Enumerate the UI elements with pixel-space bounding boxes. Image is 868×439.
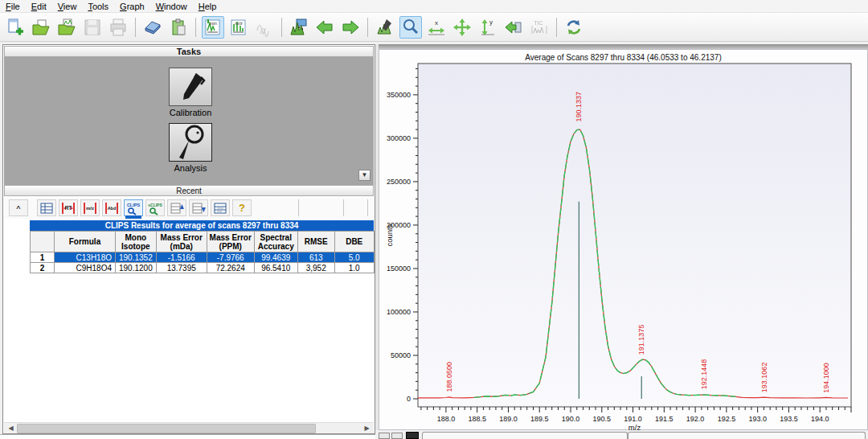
pointer-tool-icon[interactable] [374, 16, 396, 39]
sclips-button[interactable]: sCLIPS [145, 199, 165, 216]
tasks-header: Tasks [4, 46, 374, 57]
column-header-rmse[interactable]: RMSE [297, 232, 334, 252]
zoom-icon[interactable] [399, 16, 422, 39]
cell[interactable]: C13H18O [55, 252, 116, 263]
menu-file[interactable]: File [0, 1, 26, 12]
prev-arrow-icon[interactable] [313, 16, 336, 39]
tasks-area: Calibration Analysis ▼ [4, 57, 374, 185]
plot-area[interactable] [418, 64, 851, 407]
task-analysis[interactable]: Analysis [168, 123, 213, 173]
svg-text:RT: RT [65, 205, 72, 211]
magnifier-icon[interactable] [169, 123, 212, 162]
results-toolbar-separator [367, 199, 368, 216]
spectrum-mz-icon[interactable]: m/z [227, 16, 250, 39]
task-analysis-label: Analysis [168, 163, 213, 173]
menu-bar: FileEditViewToolsGraphWindowHelp [0, 0, 868, 13]
tic-icon: TIC [528, 16, 551, 39]
cell[interactable]: 72.2624 [207, 263, 254, 273]
scrollbar-thumb[interactable] [17, 424, 316, 433]
rt-range-button[interactable]: RT [59, 199, 78, 216]
spectrum-plot[interactable]: 0500001000001500002000002500003000003500… [379, 50, 868, 431]
menu-window[interactable]: Window [150, 1, 193, 12]
cell[interactable]: 3,952 [297, 263, 334, 273]
clipboard-paste-icon[interactable] [167, 16, 190, 39]
cell[interactable]: 190.1200 [116, 263, 157, 273]
collapse-button[interactable]: ^ [9, 199, 28, 216]
column-header-mass-error[interactable]: Mass Error (PPM) [207, 232, 254, 252]
x-tick-label: 190.5 [593, 415, 612, 423]
row-number[interactable]: 1 [31, 252, 55, 263]
caliper-icon[interactable] [169, 68, 212, 106]
recent-header[interactable]: Recent [4, 185, 374, 196]
pan-icon[interactable] [451, 16, 473, 39]
row-down-button[interactable] [189, 199, 208, 216]
active-bottom-tab[interactable] [406, 432, 419, 439]
open-spectrum-icon[interactable] [55, 16, 78, 39]
save-icon [81, 16, 104, 39]
x-autoscale-icon[interactable]: x [425, 16, 448, 39]
y-tick-label: 350000 [387, 91, 411, 99]
column-header-spectral[interactable]: Spectral Accuracy [254, 232, 297, 252]
tab-scroll-right-button[interactable] [391, 433, 403, 439]
open-chromatogram-icon[interactable] [30, 16, 52, 39]
horizontal-scrollbar[interactable]: ◀ ▶ [4, 422, 374, 433]
table-edit-button[interactable] [211, 199, 230, 216]
cell[interactable]: -1.5166 [156, 252, 207, 263]
peak-flags-icon[interactable] [288, 16, 310, 39]
properties-table-button[interactable] [37, 199, 56, 216]
scrollbar-left-arrow[interactable]: ◀ [6, 424, 16, 433]
svg-text:min: min [209, 21, 217, 26]
column-header-dbe[interactable]: DBE [334, 232, 374, 252]
row-up-button[interactable] [167, 199, 186, 216]
eraser-3d-icon[interactable] [141, 16, 164, 39]
results-toolbar-separator [298, 199, 299, 216]
cell[interactable]: -7.9766 [207, 252, 254, 263]
menu-edit[interactable]: Edit [26, 1, 52, 12]
cell[interactable]: 190.1352 [116, 252, 157, 263]
tasks-dropdown-button[interactable]: ▼ [358, 170, 371, 181]
y-autoscale-icon[interactable]: y [477, 16, 499, 39]
menu-tools[interactable]: Tools [82, 1, 114, 12]
menu-graph[interactable]: Graph [114, 1, 150, 12]
x-tick-label: 192.0 [686, 415, 705, 423]
task-calibration[interactable]: Calibration [168, 68, 213, 117]
y-axis-label: counts [385, 224, 394, 246]
y-tick-label: 250000 [387, 178, 411, 186]
cell[interactable]: 13.7395 [156, 263, 207, 273]
scrollbar-right-arrow[interactable]: ▶ [362, 424, 372, 433]
cell[interactable]: C9H18O4 [55, 263, 116, 273]
column-header-formula[interactable]: Formula [55, 232, 116, 252]
new-document-icon[interactable] [4, 16, 27, 39]
table-row[interactable]: 1C13H18O190.1352-1.5166-7.976699.4639613… [31, 252, 375, 263]
tab-scroll-left-button[interactable] [379, 433, 390, 439]
cell[interactable]: 5.0 [334, 252, 374, 263]
help-button[interactable]: ? [232, 199, 252, 216]
column-header-mass-error[interactable]: Mass Error (mDa) [156, 232, 207, 252]
abundance-range-button[interactable]: Abd [102, 199, 121, 216]
bottom-tab-2[interactable] [628, 432, 866, 439]
results-table: FormulaMono IsotopeMass Error (mDa)Mass … [30, 231, 375, 273]
cell[interactable]: 96.5410 [254, 263, 297, 273]
svg-text:m/z: m/z [235, 21, 243, 26]
refresh-icon[interactable] [563, 16, 585, 39]
column-header-mono[interactable]: Mono Isotope [116, 232, 157, 252]
menu-help[interactable]: Help [193, 1, 223, 12]
row-number[interactable]: 2 [31, 263, 55, 273]
shift-left-icon[interactable] [502, 16, 525, 39]
x-tick-label: 191.5 [655, 415, 674, 423]
y-tick-label: 300000 [387, 134, 411, 142]
table-row[interactable]: 2C9H18O4190.120013.739572.262496.54103,9… [31, 263, 375, 273]
cell[interactable]: 1.0 [334, 263, 374, 273]
chromatogram-min-icon[interactable]: min [202, 16, 224, 39]
cell[interactable]: 99.4639 [254, 252, 297, 263]
column-header-rownum[interactable] [31, 232, 55, 252]
mz-range-button[interactable]: m/z [80, 199, 100, 216]
toolbar-separator [281, 18, 282, 37]
bottom-tab-1[interactable] [422, 432, 628, 439]
next-arrow-icon[interactable] [339, 16, 362, 39]
menu-view[interactable]: View [52, 1, 83, 12]
clips-button[interactable]: CLIPS [124, 199, 143, 216]
overlay-spectra-icon [253, 16, 276, 39]
cell[interactable]: 613 [297, 252, 334, 263]
svg-text:CLIPS: CLIPS [127, 203, 141, 207]
